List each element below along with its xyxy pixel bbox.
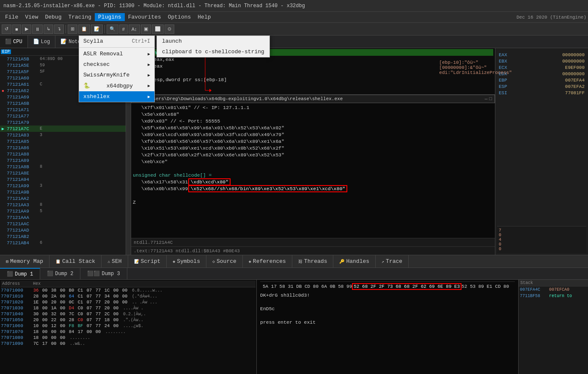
disasm-row[interactable]: 77121A86 xyxy=(0,145,126,151)
tab-seh[interactable]: ⚠ SEH xyxy=(102,255,128,268)
dump-row[interactable]: 77071030 18 00 1A 00 D4 C0 07 77 20 00 .… xyxy=(1,305,256,311)
dump-row[interactable]: 77071060 10 00 12 00 F8 BF 07 77 24 00 .… xyxy=(1,323,256,329)
toolbar-log[interactable]: 📋 xyxy=(78,25,90,34)
disasm-row[interactable]: 77121A79 xyxy=(0,119,126,126)
sc-line: \xeb\xce" xyxy=(133,158,493,165)
tab-log[interactable]: 📄 Log xyxy=(28,35,56,48)
plugin-aslr[interactable]: ASLR Removal ▶ xyxy=(79,49,154,59)
disasm-addr: 77121A5F xyxy=(6,69,40,74)
disasm-row[interactable]: 77121AAD xyxy=(0,227,126,233)
toolbar-search[interactable]: 🔍 xyxy=(107,25,118,34)
tab-handles[interactable]: 🔑 Handles xyxy=(333,255,376,268)
disasm-row[interactable]: 77121AAA xyxy=(0,214,126,221)
disasm-row[interactable]: 77121AAC xyxy=(0,221,126,227)
dump-row[interactable]: 77071050 20 00 22 00 28 C0 07 77 18 00 .… xyxy=(1,317,256,323)
dump-tab-1[interactable]: ⬛ Dump 1 xyxy=(0,268,40,279)
xshellex-launch[interactable]: launch xyxy=(157,36,269,46)
disasm-row[interactable]: 77121A8B 8 xyxy=(0,164,126,170)
tab-cpu[interactable]: ⬛ CPU xyxy=(0,35,28,48)
disasm-row[interactable]: 77121A9B xyxy=(0,189,126,195)
dump-tab-3[interactable]: ⬛⬛ Dump 3 xyxy=(80,268,127,279)
x64dbgpy-icon: 🐍 xyxy=(83,82,90,89)
menu-view[interactable]: View xyxy=(22,13,41,21)
disasm-row[interactable]: 77121AB4 6 xyxy=(0,240,126,246)
disasm-row[interactable]: 77121A99 3 xyxy=(0,183,126,189)
menu-help[interactable]: Help xyxy=(194,13,214,21)
plugin-checksec[interactable]: checksec ▶ xyxy=(79,59,154,70)
bp-indicator: ▶ xyxy=(0,126,6,131)
disasm-row[interactable]: 77121AA9 5 xyxy=(0,208,126,214)
dump-row[interactable]: 77071010 28 00 2A 00 64 C1 07 77 34 00 0… xyxy=(1,293,256,299)
dump-row[interactable]: 77071020 1E 00 20 00 0C C1 07 77 20 00 0… xyxy=(1,299,256,305)
toolbar-cpu[interactable]: ⊞ xyxy=(68,25,77,34)
notes-icon: 📝 xyxy=(60,38,67,45)
x64dbgpy-label: x64dbgpy xyxy=(107,83,133,89)
disasm-row[interactable]: 77121AA3 8 xyxy=(0,202,126,208)
script-icon: 📝 xyxy=(134,259,139,264)
toolbar-stop[interactable]: ■ xyxy=(12,25,21,34)
menu-tracing[interactable]: Tracing xyxy=(65,13,95,21)
toolbar-run[interactable]: ▶ xyxy=(22,25,31,34)
sc-line: \x5f\x6a\x66\x58\x99\x6a\x01\x5b\x52\x53… xyxy=(133,124,493,131)
tab-callstack[interactable]: 📋 Call Stack xyxy=(49,255,102,268)
toolbar-box1[interactable]: ▣ xyxy=(141,25,151,34)
menu-plugins[interactable]: Plugins xyxy=(95,13,125,21)
toolbar-hash[interactable]: # xyxy=(119,25,128,34)
plugin-x64dbgpy[interactable]: 🐍 x64dbgpy ▶ xyxy=(79,80,154,91)
plugin-xshellex[interactable]: xshellex ▶ xyxy=(79,91,154,102)
disasm-row[interactable]: 77121A83 3 xyxy=(0,132,126,138)
disasm-row[interactable]: 77121A71 xyxy=(0,106,126,113)
disasm-row[interactable]: 77121AB2 xyxy=(0,233,126,240)
menu-favourites[interactable]: Favourites xyxy=(125,13,165,21)
mov-instruction: mov esp,dword ptr ss:[ebp-18] xyxy=(142,77,227,82)
toolbar-restart[interactable]: ↺ xyxy=(2,25,11,34)
disasm-row[interactable]: ▶ 77121A7C E xyxy=(0,126,126,132)
disasm-bytes: 6 xyxy=(40,240,69,245)
threads-icon: ⛓ xyxy=(298,259,302,264)
disasm-row[interactable]: 77121A8E xyxy=(0,170,126,176)
tab-script[interactable]: 📝 Script xyxy=(128,255,167,268)
stack-header: Stack xyxy=(519,280,588,287)
disasm-row[interactable]: 77121A85 xyxy=(0,138,126,145)
toolbar-stepover[interactable]: ↴ xyxy=(54,25,64,34)
stack-val: 4 xyxy=(499,238,585,242)
sc-content: \x2f\x73\x68\x68\x2f\x62\x69\x6e\x89\xe3… xyxy=(141,152,284,158)
menu-options[interactable]: Options xyxy=(165,13,195,21)
tab-memorymap[interactable]: ⊞ Memory Map xyxy=(0,255,49,268)
plugin-swissarmy[interactable]: SwissArmyKnife ▶ xyxy=(79,70,154,80)
toolbar-box2[interactable]: ⬜ xyxy=(152,25,164,34)
plugin-scylla[interactable]: Scylla Ctrl+I xyxy=(79,36,154,46)
tab-source[interactable]: ◇ Source xyxy=(206,255,243,268)
toolbar-notes[interactable]: 📝 xyxy=(91,25,103,34)
disasm-addr: 77121A5B xyxy=(6,57,40,62)
dump3-icon: ⬛⬛ xyxy=(87,270,100,277)
shellex-path-text: C:\Users\Dreg\Downloads\x64dbg-exploitin… xyxy=(142,96,343,101)
disasm-row[interactable]: 77121A88 xyxy=(0,151,126,157)
tab-threads[interactable]: ⛓ Threads xyxy=(292,255,334,268)
toolbar-stepin[interactable]: ↳ xyxy=(44,25,53,34)
toolbar-font[interactable]: A↕ xyxy=(129,25,140,34)
disasm-row[interactable]: 77121AA2 xyxy=(0,195,126,202)
dump-row[interactable]: 77071080 18 00 00 00 ........ xyxy=(1,335,256,341)
shellex-maximize[interactable]: □ xyxy=(489,96,492,101)
xshellex-clipboard[interactable]: clipboard to c-shellcode-string xyxy=(157,46,269,57)
disasm-addr: 77121AA2 xyxy=(6,196,40,201)
dump-row[interactable]: 77071090 7C 17 00 00 ..w&.. xyxy=(1,341,256,347)
tab-symbols[interactable]: ◈ Symbols xyxy=(167,255,206,268)
disasm-row[interactable]: 77121A94 xyxy=(0,176,126,183)
tab-trace[interactable]: ↗ Trace xyxy=(376,255,409,268)
menu-debug[interactable]: Debug xyxy=(41,13,65,21)
disasm-row[interactable]: 77121A89 xyxy=(0,157,126,164)
dump-row[interactable]: 77071000 36 00 38 00 B0 C1 07 77 1C 00 0… xyxy=(1,287,256,293)
shellex-minimize[interactable]: — xyxy=(485,96,488,101)
dump-row[interactable]: 77071040 30 00 32 00 7C C0 07 77 2C 00 0… xyxy=(1,311,256,317)
tab-references[interactable]: ◈ References xyxy=(243,255,292,268)
toolbar-pause[interactable]: ⏸ xyxy=(32,25,43,34)
menu-file[interactable]: File xyxy=(2,13,22,21)
disasm-row[interactable]: 77121A77 xyxy=(0,113,126,119)
console-line: EnD5c xyxy=(260,306,515,313)
disasm-bytes: 64:89D 00 xyxy=(40,57,69,61)
dump-tab-2[interactable]: ⬛ Dump 2 xyxy=(40,268,80,279)
dump-row[interactable]: 77071070 18 00 00 00 84 17 00 00 .......… xyxy=(1,329,256,335)
toolbar-target[interactable]: ⊙ xyxy=(165,25,174,34)
